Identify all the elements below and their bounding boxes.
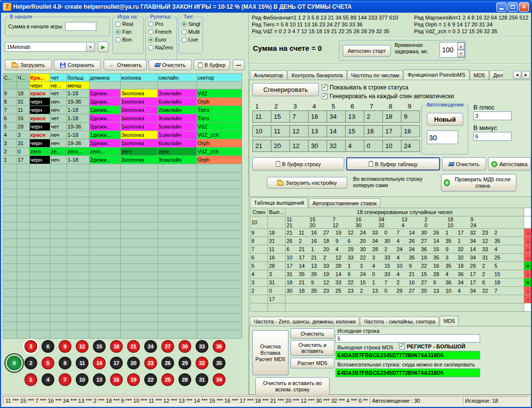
- source-string-input[interactable]: [335, 334, 480, 343]
- main-tab-2[interactable]: Частоты по числам: [347, 70, 403, 80]
- board-number-19[interactable]: 19: [127, 373, 140, 386]
- show-status-checkbox[interactable]: Показывать в строке статуса: [322, 84, 408, 91]
- history-empty-cell[interactable]: [158, 239, 197, 247]
- history-cell[interactable]: 2дюжи...: [89, 156, 121, 164]
- history-cell[interactable]: черн: [30, 106, 50, 114]
- history-cell[interactable]: неч: [50, 131, 67, 139]
- history-cell[interactable]: 19-36: [67, 123, 89, 131]
- board-number-7[interactable]: 7: [59, 373, 71, 386]
- history-empty-cell[interactable]: [121, 214, 158, 222]
- gen-cell[interactable]: 13: [308, 125, 327, 137]
- history-empty-cell[interactable]: [67, 164, 89, 172]
- gen-cell[interactable]: 2: [364, 110, 383, 123]
- history-empty-cell[interactable]: [30, 280, 50, 289]
- history-empty-cell[interactable]: [50, 197, 67, 206]
- history-empty-cell[interactable]: [17, 197, 30, 206]
- history-empty-cell[interactable]: [30, 206, 50, 214]
- history-empty-cell[interactable]: [67, 322, 89, 330]
- history-empty-cell[interactable]: [3, 322, 17, 330]
- history-cell[interactable]: VdZ: [197, 89, 242, 98]
- history-empty-cell[interactable]: [30, 231, 50, 239]
- history-empty-cell[interactable]: [3, 181, 17, 189]
- clear-generator-button[interactable]: Очистить: [442, 157, 486, 171]
- board-number-1[interactable]: 1: [24, 373, 37, 386]
- spin-numbers-cell[interactable]: 30183523252321302927201310434227: [286, 287, 524, 295]
- history-empty-cell[interactable]: [50, 214, 67, 222]
- gen-cell[interactable]: 11: [252, 110, 271, 123]
- history-cell[interactable]: 18: [17, 89, 30, 98]
- board-number-26[interactable]: 26: [161, 357, 174, 369]
- history-empty-cell[interactable]: [121, 289, 158, 297]
- autobet-button[interactable]: Автоставка: [488, 157, 531, 171]
- spinner-up-icon[interactable]: ▲: [457, 43, 465, 50]
- history-empty-cell[interactable]: [158, 231, 197, 239]
- spin-numbers-cell[interactable]: 621120429302822434361593214334: [286, 245, 524, 254]
- save-button[interactable]: Сохранить: [54, 60, 101, 70]
- md5-clear-paste-button[interactable]: Очистить и вставить: [290, 340, 334, 356]
- history-cell[interactable]: неч: [50, 106, 67, 114]
- board-number-33[interactable]: 33: [196, 340, 208, 353]
- history-cell[interactable]: чет: [50, 89, 67, 98]
- undo-button[interactable]: ←Отменить: [104, 60, 147, 70]
- history-cell[interactable]: 3: [17, 131, 30, 139]
- history-cell[interactable]: 4: [3, 131, 17, 139]
- board-number-22[interactable]: 22: [144, 373, 157, 386]
- history-cell[interactable]: VdZ_zch: [197, 148, 242, 156]
- history-cell[interactable]: 11: [17, 106, 30, 114]
- history-cell[interactable]: 2колонка: [121, 106, 158, 114]
- history-cell[interactable]: 19-36: [67, 139, 89, 148]
- history-empty-cell[interactable]: [50, 280, 67, 289]
- history-empty-cell[interactable]: [67, 197, 89, 206]
- spin-numbers-cell[interactable]: 1115716341321892120123032401024: [286, 216, 524, 229]
- history-empty-cell[interactable]: [3, 172, 17, 181]
- tab-scroll-right-icon[interactable]: ►: [522, 71, 530, 79]
- main-tab-0[interactable]: Анализатор: [250, 70, 287, 80]
- history-cell[interactable]: 3дюжи...: [89, 123, 121, 131]
- history-cell[interactable]: 2сиклайн: [158, 106, 197, 114]
- history-cell[interactable]: 0: [17, 148, 30, 156]
- history-empty-cell[interactable]: [197, 247, 242, 256]
- history-empty-cell[interactable]: [158, 264, 197, 272]
- gen-cell[interactable]: 0: [364, 140, 383, 152]
- board-number-36[interactable]: 36: [213, 340, 225, 353]
- history-empty-cell[interactable]: [89, 264, 121, 272]
- spin-number-cell[interactable]: 5: [250, 262, 268, 270]
- gen-cell[interactable]: 18: [401, 125, 420, 137]
- history-cell[interactable]: 8: [3, 98, 17, 106]
- spin-numbers-cell[interactable]: 3135261914624033421152843617215: [286, 270, 524, 279]
- collapse-button[interactable]: —: [233, 60, 244, 70]
- history-empty-cell[interactable]: [50, 264, 67, 272]
- history-cell[interactable]: 3: [3, 139, 17, 148]
- history-empty-cell[interactable]: [121, 231, 158, 239]
- history-cell[interactable]: 6: [3, 114, 17, 123]
- history-cell[interactable]: 28: [17, 123, 30, 131]
- history-cell[interactable]: 9: [3, 89, 17, 98]
- history-cell[interactable]: 5: [3, 123, 17, 131]
- board-number-15[interactable]: 15: [93, 340, 106, 353]
- history-empty-cell[interactable]: [158, 314, 197, 322]
- history-cell[interactable]: VdZ_zch: [197, 131, 242, 139]
- history-cell[interactable]: 2дюжи...: [89, 89, 121, 98]
- gen-cell[interactable]: 16: [364, 125, 383, 137]
- history-cell[interactable]: 2колонка: [121, 156, 158, 164]
- history-cell[interactable]: Tiers: [197, 106, 242, 114]
- board-number-32[interactable]: 32: [196, 357, 208, 369]
- spin-result-cell[interactable]: 28: [268, 262, 286, 270]
- gen-cell[interactable]: 15: [345, 125, 364, 137]
- history-empty-cell[interactable]: [17, 239, 30, 247]
- history-cell[interactable]: неч: [50, 139, 67, 148]
- history-empty-cell[interactable]: [17, 289, 30, 297]
- history-empty-cell[interactable]: [89, 289, 121, 297]
- gen-cell[interactable]: 12: [289, 140, 309, 152]
- gen-cell[interactable]: 30: [308, 140, 327, 152]
- gen-cell[interactable]: 17: [382, 125, 401, 137]
- history-empty-cell[interactable]: [158, 247, 197, 256]
- history-empty-cell[interactable]: [17, 264, 30, 272]
- history-empty-cell[interactable]: [3, 297, 17, 305]
- radio-option-real[interactable]: Real: [113, 20, 143, 28]
- board-number-2[interactable]: 2: [24, 357, 37, 369]
- history-empty-cell[interactable]: [3, 239, 17, 247]
- history-cell[interactable]: 5сиклайн: [158, 123, 197, 131]
- board-number-27[interactable]: 27: [161, 340, 174, 353]
- gen-cell[interactable]: 7: [289, 110, 309, 123]
